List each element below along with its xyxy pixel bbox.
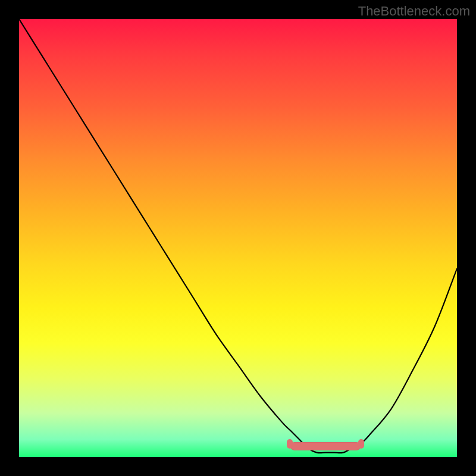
attribution-text: TheBottleneck.com — [358, 4, 470, 19]
optimal-range-start-dot — [287, 439, 293, 449]
optimal-range-band — [290, 442, 361, 450]
curve-svg — [19, 19, 457, 457]
plot-area — [19, 19, 457, 457]
bottleneck-curve-line — [19, 19, 457, 453]
optimal-range-end-dot — [358, 439, 364, 449]
